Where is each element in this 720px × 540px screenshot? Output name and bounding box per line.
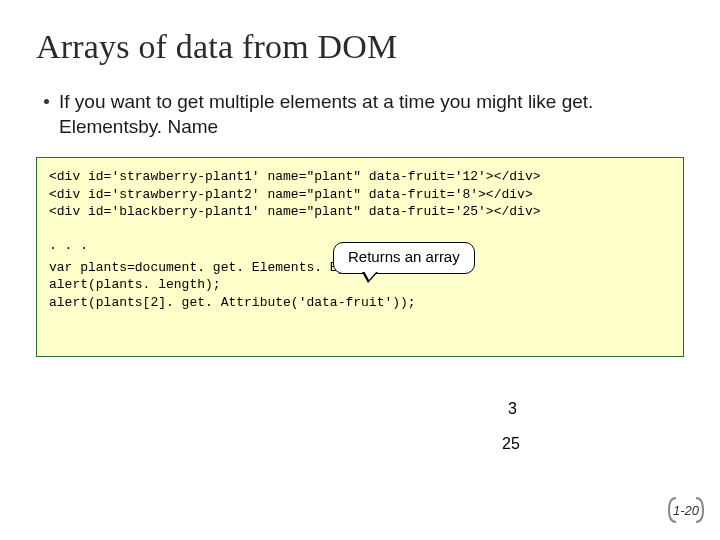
slide: Arrays of data from DOM If you want to g… bbox=[0, 0, 720, 540]
output-value-attribute: 25 bbox=[502, 435, 520, 453]
code-line: <div id='strawberry-plant2' name="plant"… bbox=[49, 187, 533, 202]
code-line: <div id='strawberry-plant1' name="plant"… bbox=[49, 169, 540, 184]
code-line: alert(plants. length); bbox=[49, 277, 221, 292]
code-block: <div id='strawberry-plant1' name="plant"… bbox=[36, 157, 684, 357]
page-title: Arrays of data from DOM bbox=[36, 28, 684, 66]
code-line: alert(plants[2]. get. Attribute('data-fr… bbox=[49, 295, 416, 310]
bullet-dot-icon bbox=[44, 99, 49, 104]
page-number: 1-20 bbox=[673, 503, 699, 518]
bullet-item: If you want to get multiple elements at … bbox=[44, 90, 684, 139]
bullet-text: If you want to get multiple elements at … bbox=[59, 90, 684, 139]
callout-bubble: Returns an array bbox=[333, 242, 475, 273]
code-line: <div id='blackberry-plant1' name="plant"… bbox=[49, 204, 540, 219]
page-number-badge: 1-20 bbox=[666, 494, 706, 526]
callout-text: Returns an array bbox=[348, 248, 460, 265]
output-value-length: 3 bbox=[508, 400, 517, 418]
